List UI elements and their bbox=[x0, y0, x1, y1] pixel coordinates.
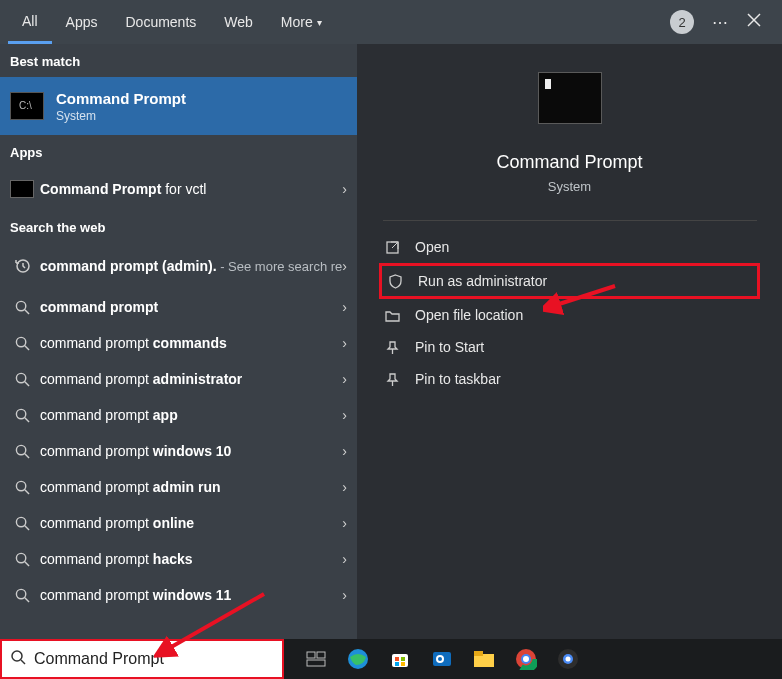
result-label: command prompt commands bbox=[34, 335, 342, 351]
search-icon bbox=[10, 408, 34, 423]
web-result[interactable]: command prompt hacks› bbox=[0, 541, 357, 577]
app-result[interactable]: Command Prompt for vctl › bbox=[0, 168, 357, 210]
folder-icon bbox=[379, 309, 405, 322]
svg-line-7 bbox=[24, 345, 28, 349]
chevron-down-icon: ▾ bbox=[317, 17, 322, 28]
best-match-subtitle: System bbox=[56, 109, 186, 123]
tab-more[interactable]: More▾ bbox=[267, 0, 336, 44]
search-icon bbox=[10, 444, 34, 459]
result-label: command prompt app bbox=[34, 407, 342, 423]
tab-documents[interactable]: Documents bbox=[111, 0, 210, 44]
chevron-right-icon: › bbox=[342, 443, 347, 459]
svg-point-20 bbox=[16, 589, 25, 598]
search-icon bbox=[10, 300, 34, 315]
web-result[interactable]: command prompt windows 10› bbox=[0, 433, 357, 469]
search-input[interactable] bbox=[34, 650, 274, 668]
svg-rect-33 bbox=[395, 662, 399, 666]
cmd-icon bbox=[10, 180, 34, 198]
svg-point-8 bbox=[16, 373, 25, 382]
svg-line-19 bbox=[24, 561, 28, 565]
explorer-icon[interactable] bbox=[470, 645, 498, 673]
svg-line-17 bbox=[24, 525, 28, 529]
web-result[interactable]: command prompt app› bbox=[0, 397, 357, 433]
result-label: command prompt windows 11 bbox=[34, 587, 342, 603]
search-icon bbox=[10, 480, 34, 495]
section-apps: Apps bbox=[0, 135, 357, 168]
history-icon bbox=[10, 258, 34, 274]
web-result[interactable]: command prompt admin run› bbox=[0, 469, 357, 505]
web-result[interactable]: command prompt windows 11› bbox=[0, 577, 357, 613]
outlook-icon[interactable] bbox=[428, 645, 456, 673]
chevron-right-icon: › bbox=[342, 371, 347, 387]
action-pin-to-start[interactable]: Pin to Start bbox=[379, 331, 760, 363]
best-match-title: Command Prompt bbox=[56, 90, 186, 107]
web-result[interactable]: command prompt (admin). - See more searc… bbox=[0, 243, 357, 289]
tab-all[interactable]: All bbox=[8, 0, 52, 44]
web-result[interactable]: command prompt administrator› bbox=[0, 361, 357, 397]
search-icon bbox=[10, 552, 34, 567]
close-button[interactable] bbox=[746, 12, 762, 32]
action-label: Open bbox=[405, 239, 449, 255]
pin-icon bbox=[379, 340, 405, 355]
search-icon bbox=[10, 372, 34, 387]
chrome-icon[interactable] bbox=[512, 645, 540, 673]
search-icon bbox=[10, 649, 26, 669]
preview-app-icon bbox=[538, 72, 602, 124]
search-header: All Apps Documents Web More▾ 2 ⋯ bbox=[0, 0, 782, 44]
svg-line-5 bbox=[24, 309, 28, 313]
pin-icon bbox=[379, 372, 405, 387]
result-label: command prompt admin run bbox=[34, 479, 342, 495]
action-label: Pin to Start bbox=[405, 339, 484, 355]
shield-icon bbox=[382, 274, 408, 289]
edge-icon[interactable] bbox=[344, 645, 372, 673]
tab-web[interactable]: Web bbox=[210, 0, 267, 44]
open-icon bbox=[379, 240, 405, 255]
search-box-highlight bbox=[0, 639, 284, 679]
svg-rect-26 bbox=[307, 652, 315, 658]
svg-point-46 bbox=[566, 657, 571, 662]
chevron-right-icon: › bbox=[342, 299, 347, 315]
section-best-match: Best match bbox=[0, 44, 357, 77]
chevron-right-icon: › bbox=[342, 335, 347, 351]
more-options-icon[interactable]: ⋯ bbox=[712, 13, 728, 32]
filter-tabs: All Apps Documents Web More▾ bbox=[8, 0, 336, 44]
action-run-as-administrator[interactable]: Run as administrator bbox=[379, 263, 760, 299]
action-pin-to-taskbar[interactable]: Pin to taskbar bbox=[379, 363, 760, 395]
chevron-right-icon: › bbox=[342, 258, 347, 274]
result-label: command prompt hacks bbox=[34, 551, 342, 567]
tab-apps[interactable]: Apps bbox=[52, 0, 112, 44]
action-label: Run as administrator bbox=[408, 273, 547, 289]
svg-point-10 bbox=[16, 409, 25, 418]
web-result[interactable]: command prompt online› bbox=[0, 505, 357, 541]
taskbar-search[interactable] bbox=[2, 641, 282, 677]
best-match-result[interactable]: C:\ Command Prompt System bbox=[0, 77, 357, 135]
search-icon bbox=[10, 336, 34, 351]
result-label: command prompt online bbox=[34, 515, 342, 531]
svg-point-18 bbox=[16, 553, 25, 562]
svg-rect-27 bbox=[317, 652, 325, 658]
store-icon[interactable] bbox=[386, 645, 414, 673]
search-icon bbox=[10, 516, 34, 531]
web-result[interactable]: command prompt› bbox=[0, 289, 357, 325]
svg-line-25 bbox=[21, 660, 25, 664]
svg-line-23 bbox=[392, 242, 398, 248]
chevron-right-icon: › bbox=[342, 407, 347, 423]
svg-point-14 bbox=[16, 481, 25, 490]
chevron-right-icon: › bbox=[342, 587, 347, 603]
task-view-icon[interactable] bbox=[302, 645, 330, 673]
result-label: command prompt administrator bbox=[34, 371, 342, 387]
web-result[interactable]: command prompt commands› bbox=[0, 325, 357, 361]
svg-rect-31 bbox=[395, 657, 399, 661]
svg-line-21 bbox=[24, 597, 28, 601]
cmd-icon: C:\ bbox=[10, 92, 44, 120]
svg-point-12 bbox=[16, 445, 25, 454]
action-open-file-location[interactable]: Open file location bbox=[379, 299, 760, 331]
chrome-canary-icon[interactable] bbox=[554, 645, 582, 673]
action-open[interactable]: Open bbox=[379, 231, 760, 263]
search-icon bbox=[10, 588, 34, 603]
chevron-right-icon: › bbox=[342, 181, 347, 197]
taskbar bbox=[0, 639, 782, 679]
rewards-badge[interactable]: 2 bbox=[670, 10, 694, 34]
result-label: command prompt (admin). - See more searc… bbox=[34, 258, 342, 274]
svg-point-43 bbox=[523, 656, 529, 662]
